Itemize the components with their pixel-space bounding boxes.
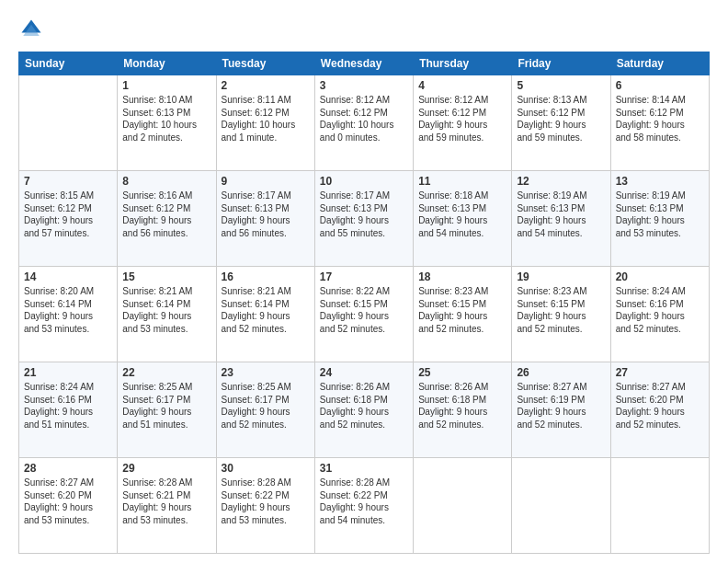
day-number: 13 xyxy=(616,175,704,188)
calendar-cell xyxy=(512,458,610,554)
day-number: 20 xyxy=(616,270,704,283)
cell-content: Sunrise: 8:27 AM Sunset: 6:20 PM Dayligh… xyxy=(24,477,112,526)
calendar-cell: 4Sunrise: 8:12 AM Sunset: 6:12 PM Daylig… xyxy=(414,75,512,171)
calendar-cell: 15Sunrise: 8:21 AM Sunset: 6:14 PM Dayli… xyxy=(118,267,216,362)
day-number: 19 xyxy=(517,270,605,283)
cell-content: Sunrise: 8:23 AM Sunset: 6:15 PM Dayligh… xyxy=(517,285,605,335)
calendar-cell: 27Sunrise: 8:27 AM Sunset: 6:20 PM Dayli… xyxy=(610,362,709,458)
calendar-cell: 31Sunrise: 8:28 AM Sunset: 6:22 PM Dayli… xyxy=(314,458,413,554)
calendar-cell: 12Sunrise: 8:19 AM Sunset: 6:13 PM Dayli… xyxy=(512,171,610,267)
cell-content: Sunrise: 8:17 AM Sunset: 6:13 PM Dayligh… xyxy=(320,190,408,239)
calendar-cell: 28Sunrise: 8:27 AM Sunset: 6:20 PM Dayli… xyxy=(19,458,118,554)
day-number: 2 xyxy=(222,79,310,92)
cell-content: Sunrise: 8:23 AM Sunset: 6:15 PM Dayligh… xyxy=(418,285,506,335)
weekday-header: Thursday xyxy=(414,52,512,75)
day-number: 31 xyxy=(320,462,408,475)
weekday-header: Friday xyxy=(512,52,610,75)
weekday-header: Sunday xyxy=(19,52,118,75)
cell-content: Sunrise: 8:13 AM Sunset: 6:12 PM Dayligh… xyxy=(517,94,605,144)
calendar-cell: 22Sunrise: 8:25 AM Sunset: 6:17 PM Dayli… xyxy=(118,362,216,458)
day-number: 15 xyxy=(122,270,210,283)
calendar-cell: 21Sunrise: 8:24 AM Sunset: 6:16 PM Dayli… xyxy=(19,362,118,458)
calendar-cell: 29Sunrise: 8:28 AM Sunset: 6:21 PM Dayli… xyxy=(118,458,216,554)
day-number: 8 xyxy=(122,175,210,188)
calendar-cell: 6Sunrise: 8:14 AM Sunset: 6:12 PM Daylig… xyxy=(610,75,709,171)
calendar-cell xyxy=(610,458,709,554)
calendar-cell: 8Sunrise: 8:16 AM Sunset: 6:12 PM Daylig… xyxy=(118,171,216,267)
day-number: 21 xyxy=(24,366,112,379)
cell-content: Sunrise: 8:20 AM Sunset: 6:14 PM Dayligh… xyxy=(24,285,112,335)
calendar-cell: 13Sunrise: 8:19 AM Sunset: 6:13 PM Dayli… xyxy=(610,171,709,267)
day-number: 9 xyxy=(222,175,310,188)
calendar-cell: 25Sunrise: 8:26 AM Sunset: 6:18 PM Dayli… xyxy=(414,362,512,458)
calendar-cell: 30Sunrise: 8:28 AM Sunset: 6:22 PM Dayli… xyxy=(216,458,314,554)
calendar-cell: 20Sunrise: 8:24 AM Sunset: 6:16 PM Dayli… xyxy=(610,267,709,362)
calendar-cell: 18Sunrise: 8:23 AM Sunset: 6:15 PM Dayli… xyxy=(414,267,512,362)
cell-content: Sunrise: 8:14 AM Sunset: 6:12 PM Dayligh… xyxy=(616,94,704,144)
calendar-cell: 14Sunrise: 8:20 AM Sunset: 6:14 PM Dayli… xyxy=(19,267,118,362)
calendar-cell xyxy=(19,75,118,171)
day-number: 24 xyxy=(320,366,408,379)
cell-content: Sunrise: 8:27 AM Sunset: 6:20 PM Dayligh… xyxy=(616,381,704,431)
cell-content: Sunrise: 8:12 AM Sunset: 6:12 PM Dayligh… xyxy=(320,94,408,144)
calendar-cell: 10Sunrise: 8:17 AM Sunset: 6:13 PM Dayli… xyxy=(314,171,413,267)
cell-content: Sunrise: 8:26 AM Sunset: 6:18 PM Dayligh… xyxy=(418,381,506,431)
cell-content: Sunrise: 8:18 AM Sunset: 6:13 PM Dayligh… xyxy=(418,190,506,239)
weekday-header: Wednesday xyxy=(314,52,413,75)
cell-content: Sunrise: 8:17 AM Sunset: 6:13 PM Dayligh… xyxy=(222,190,310,239)
cell-content: Sunrise: 8:24 AM Sunset: 6:16 PM Dayligh… xyxy=(616,285,704,335)
cell-content: Sunrise: 8:12 AM Sunset: 6:12 PM Dayligh… xyxy=(418,94,506,144)
calendar-cell: 9Sunrise: 8:17 AM Sunset: 6:13 PM Daylig… xyxy=(216,171,314,267)
cell-content: Sunrise: 8:19 AM Sunset: 6:13 PM Dayligh… xyxy=(616,190,704,239)
calendar-cell: 16Sunrise: 8:21 AM Sunset: 6:14 PM Dayli… xyxy=(216,267,314,362)
cell-content: Sunrise: 8:21 AM Sunset: 6:14 PM Dayligh… xyxy=(122,285,210,335)
day-number: 18 xyxy=(418,270,506,283)
cell-content: Sunrise: 8:24 AM Sunset: 6:16 PM Dayligh… xyxy=(24,381,112,431)
day-number: 4 xyxy=(418,79,506,92)
calendar-cell: 26Sunrise: 8:27 AM Sunset: 6:19 PM Dayli… xyxy=(512,362,610,458)
logo xyxy=(18,17,48,42)
cell-content: Sunrise: 8:16 AM Sunset: 6:12 PM Dayligh… xyxy=(122,190,210,239)
calendar-cell xyxy=(414,458,512,554)
cell-content: Sunrise: 8:28 AM Sunset: 6:22 PM Dayligh… xyxy=(320,477,408,526)
day-number: 12 xyxy=(517,175,605,188)
cell-content: Sunrise: 8:28 AM Sunset: 6:22 PM Dayligh… xyxy=(222,477,310,526)
calendar-cell: 17Sunrise: 8:22 AM Sunset: 6:15 PM Dayli… xyxy=(314,267,413,362)
cell-content: Sunrise: 8:11 AM Sunset: 6:12 PM Dayligh… xyxy=(222,94,310,144)
day-number: 6 xyxy=(616,79,704,92)
cell-content: Sunrise: 8:15 AM Sunset: 6:12 PM Dayligh… xyxy=(24,190,112,239)
cell-content: Sunrise: 8:25 AM Sunset: 6:17 PM Dayligh… xyxy=(122,381,210,431)
day-number: 14 xyxy=(24,270,112,283)
calendar-week-row: 7Sunrise: 8:15 AM Sunset: 6:12 PM Daylig… xyxy=(19,171,710,267)
day-number: 17 xyxy=(320,270,408,283)
calendar-table: SundayMondayTuesdayWednesdayThursdayFrid… xyxy=(18,52,710,554)
cell-content: Sunrise: 8:22 AM Sunset: 6:15 PM Dayligh… xyxy=(320,285,408,335)
calendar-cell: 24Sunrise: 8:26 AM Sunset: 6:18 PM Dayli… xyxy=(314,362,413,458)
day-number: 11 xyxy=(418,175,506,188)
weekday-header: Tuesday xyxy=(216,52,314,75)
day-number: 25 xyxy=(418,366,506,379)
calendar-week-row: 14Sunrise: 8:20 AM Sunset: 6:14 PM Dayli… xyxy=(19,267,710,362)
calendar-cell: 1Sunrise: 8:10 AM Sunset: 6:13 PM Daylig… xyxy=(118,75,216,171)
day-number: 16 xyxy=(222,270,310,283)
cell-content: Sunrise: 8:27 AM Sunset: 6:19 PM Dayligh… xyxy=(517,381,605,431)
day-number: 3 xyxy=(320,79,408,92)
calendar-week-row: 21Sunrise: 8:24 AM Sunset: 6:16 PM Dayli… xyxy=(19,362,710,458)
logo-icon xyxy=(18,17,44,42)
calendar-cell: 23Sunrise: 8:25 AM Sunset: 6:17 PM Dayli… xyxy=(216,362,314,458)
cell-content: Sunrise: 8:21 AM Sunset: 6:14 PM Dayligh… xyxy=(222,285,310,335)
cell-content: Sunrise: 8:19 AM Sunset: 6:13 PM Dayligh… xyxy=(517,190,605,239)
calendar-cell: 3Sunrise: 8:12 AM Sunset: 6:12 PM Daylig… xyxy=(314,75,413,171)
calendar-header-row: SundayMondayTuesdayWednesdayThursdayFrid… xyxy=(19,52,710,75)
calendar-cell: 5Sunrise: 8:13 AM Sunset: 6:12 PM Daylig… xyxy=(512,75,610,171)
day-number: 5 xyxy=(517,79,605,92)
calendar-cell: 11Sunrise: 8:18 AM Sunset: 6:13 PM Dayli… xyxy=(414,171,512,267)
calendar-cell: 7Sunrise: 8:15 AM Sunset: 6:12 PM Daylig… xyxy=(19,171,118,267)
cell-content: Sunrise: 8:28 AM Sunset: 6:21 PM Dayligh… xyxy=(122,477,210,526)
cell-content: Sunrise: 8:26 AM Sunset: 6:18 PM Dayligh… xyxy=(320,381,408,431)
cell-content: Sunrise: 8:10 AM Sunset: 6:13 PM Dayligh… xyxy=(122,94,210,144)
day-number: 22 xyxy=(122,366,210,379)
day-number: 1 xyxy=(122,79,210,92)
day-number: 28 xyxy=(24,462,112,475)
calendar-week-row: 1Sunrise: 8:10 AM Sunset: 6:13 PM Daylig… xyxy=(19,75,710,171)
